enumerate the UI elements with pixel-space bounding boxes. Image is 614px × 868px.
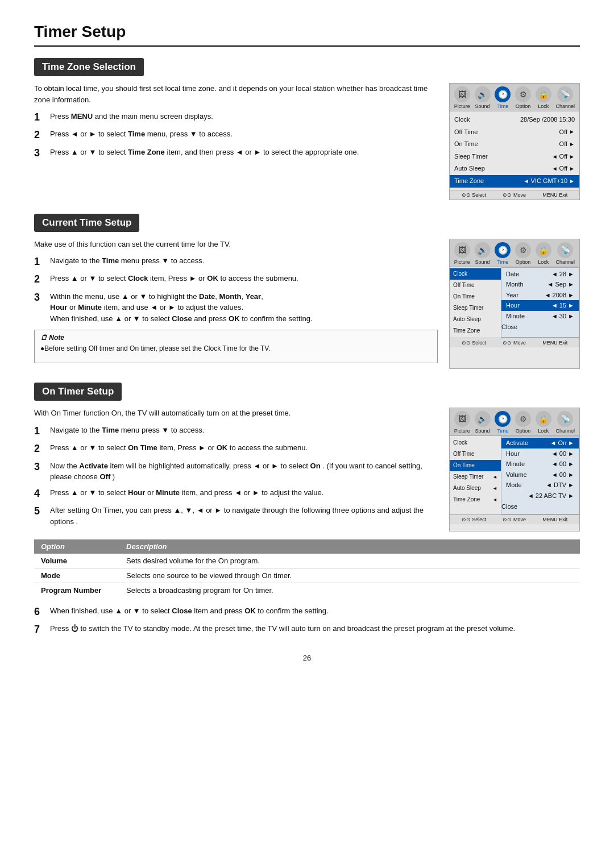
tv-icon-sound-3: 🔊 Sound [475,411,491,434]
tv-row-timezone-3: Time Zone ◄ [450,494,501,505]
ct-step-2: 2 Press ▲ or ▼ to select Clock item, Pre… [34,273,438,286]
tv-icon-option-3: ⚙ Option [515,411,531,434]
tv-row-clock-2: Clock [450,268,501,280]
tv-footer-3: ⊙⊙ Select ⊙⊙ Move MENU Exit [450,514,579,524]
tv-row-ontime-2: On Time [450,291,501,302]
options-table: Option Description Volume Sets desired v… [34,539,580,597]
note-box: 🗒 Note ●Before setting Off timer and On … [34,330,438,363]
on-timer-steps: 1 Navigate to the Time menu press ▼ to a… [34,425,438,527]
tv-sub-date: Date ◄ 28 ► [501,269,579,280]
tv-sub-channel-ot: ◄ 22 ABC TV ► [501,491,579,501]
tv-row-autosleep-2: Auto Sleep [450,314,501,325]
tv-icon-lock: 🔒 Lock [536,86,551,109]
step-2: 2 Press ◄ or ► to select Time menu, pres… [34,128,438,142]
ot-step-4: 4 Press ▲ or ▼ to select Hour or Minute … [34,487,438,500]
ot-step-5: 5 After setting On Timer, you can press … [34,505,438,527]
tv-icon-option: ⚙ Option [515,86,531,109]
time-zone-text: To obtain local time, you should first s… [34,83,438,200]
tv-icon-lock-3: 🔒 Lock [536,411,551,434]
on-timer-text: With On Timer function On, the TV will a… [34,408,438,531]
option-row-mode: Mode Selects one source to be viewed thr… [34,568,580,583]
tv-icon-picture-3: 🖼 Picture [454,411,470,434]
option-col-header: Option [34,539,119,554]
time-zone-steps: 1 Press MENU and the main menu screen di… [34,111,438,160]
tv-panel-timezone: 🖼 Picture 🔊 Sound 🕐 Time ⚙ Option 🔒 [449,83,580,200]
tv-footer-2: ⊙⊙ Select ⊙⊙ Move MENU Exit [450,338,579,347]
tv-footer: ⊙⊙ Select ⊙⊙ Move MENU Exit [450,190,579,200]
ct-step-3: 3 Within the menu, use ▲ or ▼ to highlig… [34,291,438,325]
current-time-text: Make use of this function can set the cu… [34,239,438,369]
tv-icon-sound-2: 🔊 Sound [475,242,491,265]
option-program-desc: Selects a broadcasting program for On ti… [119,583,580,598]
tv-row-sleep-2: Sleep Timer [450,302,501,314]
current-time-header: Current Time Setup [34,214,139,232]
ot-step-2: 2 Press ▲ or ▼ to select On Time item, P… [34,442,438,455]
tv-row-autosleep: Auto Sleep ◄ Off ► [450,163,579,175]
tv-menu-rows: Clock 28/Sep /2008 15:30 Off Time Off ► … [450,111,579,190]
tv-icon-time-2: 🕐 Time [495,242,511,265]
current-time-steps: 1 Navigate to the Time menu press ▼ to a… [34,255,438,324]
option-volume-label: Volume [34,554,119,568]
tv-sub-hour-ot: Hour ◄ 00 ► [501,448,579,459]
tv-icon-time: 🕐 Time [495,86,511,109]
tv-row-clock: Clock 28/Sep /2008 15:30 [450,114,579,126]
tv-row-offtime: Off Time Off ► [450,126,579,139]
option-volume-desc: Sets desired volume for the On program. [119,554,580,568]
tv-icons-bar: 🖼 Picture 🔊 Sound 🕐 Time ⚙ Option 🔒 [450,84,579,111]
time-zone-header: Time Zone Selection [34,58,144,76]
tv-sub-month: Month ◄ Sep ► [501,279,579,290]
tv-icons-bar-3: 🖼 Picture 🔊 Sound 🕐 Time ⚙ Option 🔒 [450,408,579,436]
on-timer-section: On Timer Setup With On Timer function On… [34,383,580,636]
tv-split-panel: Clock Off Time On Time Sleep Timer Auto … [450,267,579,338]
tv-icon-picture-2: 🖼 Picture [454,242,470,265]
time-zone-intro: To obtain local time, you should first s… [34,83,438,105]
tv-row-timezone: Time Zone ◄ VIC GMT+10 ► [450,175,579,188]
tv-row-sleep: Sleep Timer ◄ Off ► [450,151,579,163]
ot-step-1: 1 Navigate to the Time menu press ▼ to a… [34,425,438,438]
current-time-intro: Make use of this function can set the cu… [34,239,438,250]
current-time-section: Current Time Setup Make use of this func… [34,214,580,369]
on-timer-header: On Timer Setup [34,383,122,401]
note-text: ●Before setting Off timer and On timer, … [40,343,432,354]
tv-sub-activate: Activate ◄ On ► [501,438,579,448]
tv-panel-ontimer: 🖼 Picture 🔊 Sound 🕐 Time ⚙ Option 🔒 [449,408,580,531]
ot-step-7: 7 Press ⏻ to switch the TV to standby mo… [34,623,580,636]
tv-left-menu: Clock Off Time On Time Sleep Timer Auto … [450,267,501,338]
tv-sub-year: Year ◄ 2008 ► [501,290,579,301]
tv-sub-minute-ot: Minute ◄ 00 ► [501,459,579,470]
tv-row-ontime-3: On Time [450,460,501,471]
tv-row-offtime-3: Off Time [450,448,501,460]
tv-icon-option-2: ⚙ Option [515,242,531,265]
option-mode-label: Mode [34,568,119,583]
option-program-label: Program Number [34,583,119,598]
page-number: 26 [34,654,580,662]
tv-sub-minute: Minute ◄ 30 ► [501,311,579,322]
tv-left-ontimer: Clock Off Time On Time Sleep Timer ◄ Aut… [450,436,501,514]
tv-icon-channel-3: 📡 Channel [556,411,575,434]
step-3: 3 Press ▲ or ▼ to select Time Zone item,… [34,147,438,160]
tv-split-ontimer: Clock Off Time On Time Sleep Timer ◄ Aut… [450,436,579,514]
on-timer-intro: With On Timer function On, the TV will a… [34,408,438,419]
tv-row-timezone-2: Time Zone [450,325,501,337]
description-col-header: Description [119,539,580,554]
tv-icon-time-3: 🕐 Time [495,411,511,434]
tv-submenu-ontimer: Activate ◄ On ► Hour ◄ 00 ► Minute ◄ 00 … [501,436,579,514]
ot-step-6: 6 When finished, use ▲ or ▼ to select Cl… [34,605,580,618]
tv-row-clock-3: Clock [450,437,501,448]
tv-row-autosleep-3: Auto Sleep ◄ [450,483,501,494]
tv-sub-close: Close [501,321,579,333]
step-1: 1 Press MENU and the main menu screen di… [34,111,438,124]
tv-submenu-time: Date ◄ 28 ► Month ◄ Sep ► Year ◄ 2008 ► … [501,267,579,338]
tv-sub-close-ot: Close [501,501,579,513]
tv-sub-hour: Hour ◄ 15 ► [501,300,579,311]
tv-icons-bar-2: 🖼 Picture 🔊 Sound 🕐 Time ⚙ Option 🔒 [450,239,579,267]
tv-icon-picture: 🖼 Picture [454,86,470,109]
tv-icon-sound: 🔊 Sound [475,86,491,109]
tv-icon-channel: 📡 Channel [556,86,575,109]
tv-row-sleep-3: Sleep Timer ◄ [450,471,501,483]
ct-step-1: 1 Navigate to the Time menu press ▼ to a… [34,255,438,268]
tv-sub-mode-ot: Mode ◄ DTV ► [501,480,579,491]
ot-step-3: 3 Now the Activate item will be highligh… [34,460,438,483]
tv-icon-channel-2: 📡 Channel [556,242,575,265]
option-mode-desc: Selects one source to be viewed through … [119,568,580,583]
